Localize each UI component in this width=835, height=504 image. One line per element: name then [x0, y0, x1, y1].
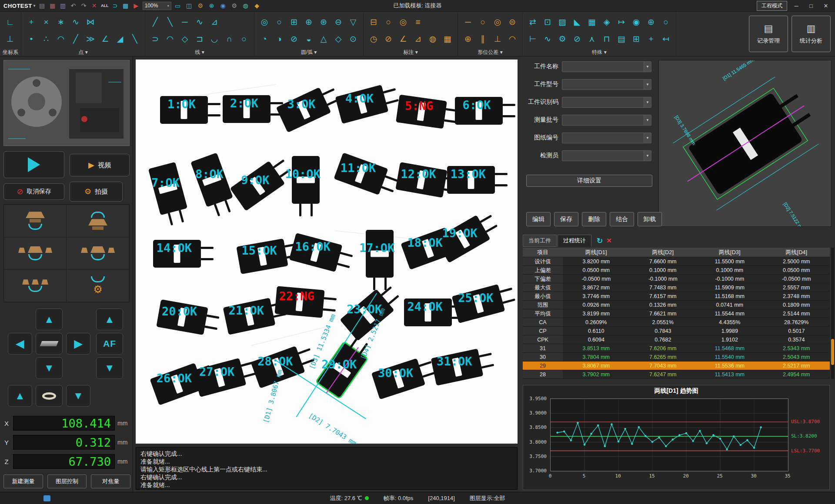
tool-icon[interactable]: ⊐: [192, 32, 207, 46]
tool-icon[interactable]: ◎: [257, 15, 272, 30]
tool-icon[interactable]: ▤: [614, 32, 629, 46]
table-row-CP[interactable]: CP0.61100.78431.99890.5017: [523, 327, 830, 335]
tool-icon[interactable]: ∿: [540, 32, 555, 46]
tool-icon[interactable]: ◠: [53, 32, 68, 46]
tool-icon[interactable]: ◷: [366, 32, 381, 46]
tool-icon[interactable]: △: [316, 32, 331, 46]
form-input-检测员[interactable]: ▼: [562, 150, 651, 161]
tool-icon[interactable]: ─: [461, 15, 475, 30]
lens-down-button[interactable]: ▼: [66, 385, 90, 407]
tool-icon[interactable]: ↦: [614, 15, 629, 30]
table-scrollbar[interactable]: [831, 248, 834, 379]
detail-settings-button[interactable]: 详细设置: [526, 175, 652, 187]
calibrate-icon[interactable]: ◫: [185, 2, 194, 10]
chevron-down-icon[interactable]: ▼: [644, 151, 651, 161]
tool-icon[interactable]: ⊿: [411, 32, 425, 46]
tool-icon[interactable]: ∿: [192, 15, 207, 30]
tool-icon[interactable]: ◍: [425, 32, 440, 46]
tool-icon[interactable]: ◇: [177, 32, 192, 46]
stage-left-button[interactable]: ◀: [8, 333, 32, 355]
tool-icon[interactable]: ◠: [163, 32, 177, 46]
ribbon-group-label[interactable]: 特殊 ▾: [525, 49, 673, 56]
stage-home-button[interactable]: [36, 333, 63, 355]
maximize-button[interactable]: □: [805, 3, 817, 9]
tool-icon[interactable]: ○: [475, 15, 490, 30]
tool-icon[interactable]: ◎: [396, 15, 411, 30]
tool-icon[interactable]: ⊥: [3, 32, 17, 46]
tool-icon[interactable]: +: [644, 32, 658, 46]
tool-icon[interactable]: ◡: [207, 32, 222, 46]
flag-icon[interactable]: ▶: [132, 2, 140, 10]
tool-icon[interactable]: ╱: [68, 32, 83, 46]
ribbon-group-label[interactable]: 标注 ▾: [366, 49, 455, 56]
z-down-button[interactable]: ▼: [96, 357, 123, 379]
ribbon-button-记录管理[interactable]: ▤记录管理: [749, 16, 788, 52]
stage-right-button[interactable]: ▶: [66, 333, 90, 355]
lens-icon[interactable]: ◍: [241, 2, 250, 10]
tool-icon[interactable]: ◔: [257, 32, 272, 46]
tool-icon[interactable]: ▽: [346, 15, 361, 30]
grid-icon[interactable]: ▩: [121, 2, 130, 10]
tool-icon[interactable]: ⚙: [555, 32, 570, 46]
tool-icon[interactable]: ∟: [3, 15, 17, 30]
tool-icon[interactable]: ⊥: [490, 32, 505, 46]
run-measure-button[interactable]: [3, 151, 64, 178]
tool-icon[interactable]: ◎: [490, 15, 505, 30]
ribbon-button-统计分析[interactable]: ▥统计分析: [792, 16, 831, 52]
cancel-save-button[interactable]: ⊘ 取消保存: [3, 183, 64, 200]
table-row-31[interactable]: 313.8513 mm7.6206 mm11.5468 mm2.5343 mm: [523, 344, 830, 353]
monitor-icon[interactable]: ▭: [174, 2, 182, 10]
autofocus-button[interactable]: AF: [96, 333, 123, 355]
tab-过程统计[interactable]: 过程统计: [558, 235, 591, 247]
table-row-最大值[interactable]: 最大值3.8672 mm7.7483 mm11.5909 mm2.5557 mm: [523, 283, 830, 292]
tool-icon[interactable]: ◈: [599, 15, 614, 30]
ring-light-button[interactable]: [4, 269, 67, 302]
tool-icon[interactable]: ⊘: [381, 32, 396, 46]
scrollbar-thumb[interactable]: [831, 339, 834, 365]
tool-icon[interactable]: ∠: [98, 32, 113, 46]
capture-button[interactable]: ⚙ 拍摄: [70, 182, 123, 202]
action-button-删除[interactable]: 删除: [582, 212, 606, 226]
tool-icon[interactable]: ∥: [475, 32, 490, 46]
tool-icon[interactable]: ◑: [272, 32, 287, 46]
table-row-平均值[interactable]: 平均值3.8199 mm7.6621 mm11.5544 mm2.5144 mm: [523, 309, 830, 318]
tool-icon[interactable]: ↤: [658, 32, 673, 46]
form-input-测量批号[interactable]: ▼: [562, 115, 651, 126]
tool-icon[interactable]: ⊛: [316, 15, 331, 30]
tool-icon[interactable]: ○: [237, 32, 251, 46]
settings-icon[interactable]: ⚙: [196, 2, 205, 10]
tool-icon[interactable]: ⊢: [525, 32, 540, 46]
table-row-范围[interactable]: 范围0.0926 mm0.1326 mm0.0741 mm0.1809 mm: [523, 301, 830, 309]
target-icon[interactable]: ⊛: [207, 2, 216, 10]
table-row-30[interactable]: 303.7804 mm7.6265 mm11.5540 mm2.5043 mm: [523, 353, 830, 361]
ribbon-group-label[interactable]: 线 ▾: [148, 49, 251, 56]
zoom-select[interactable]: 100% ▾: [143, 2, 171, 10]
tool-icon[interactable]: ◇: [331, 32, 346, 46]
open-icon[interactable]: ▦: [48, 2, 57, 10]
trend-plot[interactable]: [550, 398, 788, 471]
tool-icon[interactable]: ⋏: [584, 32, 599, 46]
tool-icon[interactable]: ◢: [113, 32, 127, 46]
close-stats-icon[interactable]: ✕: [606, 237, 612, 245]
ribbon-group-label[interactable]: 点 ▾: [24, 49, 142, 56]
tab-当前工件[interactable]: 当前工件: [523, 235, 557, 247]
chevron-down-icon[interactable]: ▼: [644, 115, 651, 125]
tool-icon[interactable]: ≡: [411, 15, 425, 30]
tool-icon[interactable]: +: [24, 15, 39, 30]
chevron-down-icon[interactable]: ▼: [644, 97, 651, 107]
chevron-down-icon[interactable]: ▼: [644, 133, 651, 143]
tool-icon[interactable]: ⊕: [644, 15, 658, 30]
form-input-工件识别码[interactable]: ▼: [562, 97, 651, 108]
tool-icon[interactable]: ⊃: [148, 32, 163, 46]
tool-icon[interactable]: ⊟: [366, 15, 381, 30]
action-button-卸载[interactable]: 卸载: [638, 212, 662, 226]
ring-light-select-button[interactable]: [36, 385, 63, 407]
ribbon-group-label[interactable]: 形位公差 ▾: [461, 49, 520, 56]
tool-icon[interactable]: ╱: [148, 15, 163, 30]
engineering-mode-button[interactable]: 工程模式: [757, 1, 787, 11]
table-row-最小值[interactable]: 最小值3.7746 mm7.6157 mm11.5168 mm2.3748 mm: [523, 292, 830, 301]
tool-icon[interactable]: ⊡: [540, 15, 555, 30]
table-row-下偏差[interactable]: 下偏差-0.0500 mm-0.1000 mm-0.1000 mm-0.0500…: [523, 275, 830, 283]
tool-icon[interactable]: ╲: [127, 32, 142, 46]
tool-icon[interactable]: ⊜: [505, 15, 520, 30]
